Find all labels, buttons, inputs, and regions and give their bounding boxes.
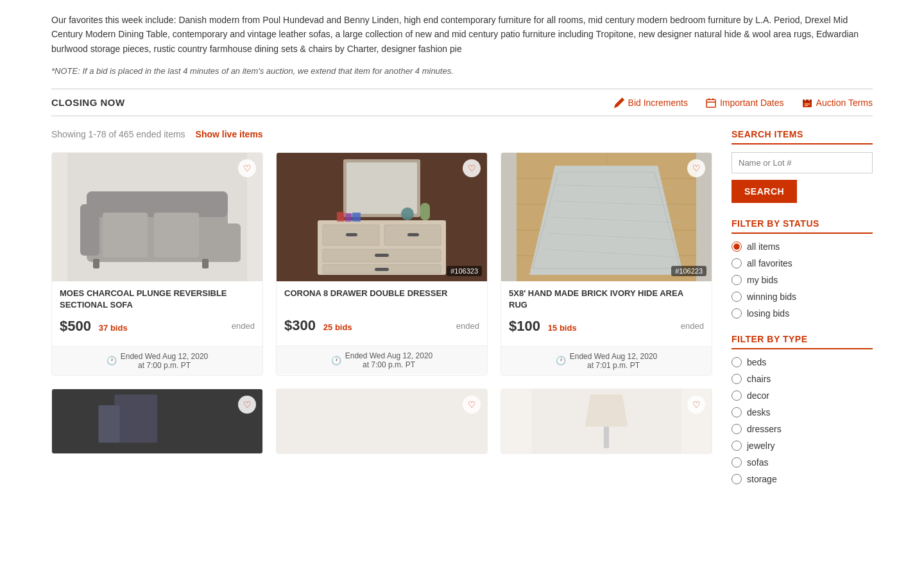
item-price-bid: $300 25 bids: [284, 317, 352, 334]
favorite-button[interactable]: ♡: [687, 396, 705, 414]
svg-rect-27: [345, 213, 352, 222]
filter-all-items[interactable]: all items: [732, 241, 873, 252]
filter-dressers[interactable]: dressers: [732, 424, 873, 434]
svg-rect-0: [706, 100, 715, 107]
items-grid: ♡: [51, 152, 712, 453]
description-text: Our favorites this week include: Danish …: [51, 13, 873, 56]
item-title: MOES CHARCOAL PLUNGE REVERSIBLE SECTIONA…: [60, 288, 255, 311]
svg-rect-26: [337, 212, 345, 222]
item-image: ♡: [52, 153, 262, 281]
clock-icon: 🕐: [556, 356, 566, 365]
item-status: ended: [232, 321, 255, 331]
radio-label: dressers: [747, 424, 782, 434]
showing-count: Showing 1-78 of 465 ended items: [51, 129, 185, 139]
closing-now-label: CLOSING NOW: [51, 97, 125, 108]
item-title: 5X8' HAND MADE BRICK IVORY HIDE AREA RUG: [509, 288, 704, 311]
search-button[interactable]: SEARCH: [732, 180, 797, 203]
item-image: ♡: [501, 153, 712, 281]
ended-text: Ended Wed Aug 12, 2020 at 7:01 p.m. PT: [570, 352, 658, 370]
item-ended: 🕐 Ended Wed Aug 12, 2020 at 7:00 p.m. PT: [277, 346, 487, 374]
svg-rect-7: [202, 223, 241, 262]
item-price: $300: [284, 317, 316, 333]
item-image: ♡: [52, 389, 262, 453]
items-section: Showing 1-78 of 465 ended items Show liv…: [51, 129, 712, 500]
filter-losing-bids[interactable]: losing bids: [732, 308, 873, 319]
svg-rect-19: [407, 233, 419, 236]
favorite-button[interactable]: ♡: [687, 159, 705, 177]
favorite-button[interactable]: ♡: [463, 159, 481, 177]
filter-chairs[interactable]: chairs: [732, 374, 873, 384]
filter-status-section: FILTER BY STATUS all items all favorites…: [732, 218, 873, 319]
auction-terms-link[interactable]: Auction Terms: [802, 98, 873, 108]
items-header: Showing 1-78 of 465 ended items Show liv…: [51, 129, 712, 139]
svg-rect-8: [103, 213, 148, 258]
item-price-row: $300 25 bids ended: [284, 317, 479, 334]
item-card: ♡: [51, 152, 263, 375]
radio-label: chairs: [747, 374, 771, 384]
filter-storage[interactable]: storage: [732, 474, 873, 484]
favorite-button[interactable]: ♡: [238, 159, 256, 177]
svg-rect-23: [375, 268, 389, 271]
clock-icon: 🕐: [107, 356, 117, 365]
sidebar: SEARCH ITEMS SEARCH FILTER BY STATUS all…: [732, 129, 873, 500]
filter-all-favorites[interactable]: all favorites: [732, 258, 873, 268]
dresser-image: [277, 153, 487, 281]
filter-winning-bids[interactable]: winning bids: [732, 292, 873, 302]
svg-rect-28: [352, 213, 361, 222]
item-price-bid: $500 37 bids: [60, 318, 128, 335]
radio-label: jewelry: [747, 441, 775, 451]
item-image: ♡: [501, 389, 712, 453]
item-status: ended: [681, 321, 704, 331]
svg-rect-2: [803, 100, 812, 102]
svg-rect-25: [420, 203, 430, 220]
svg-rect-49: [604, 426, 609, 448]
ended-text: Ended Wed Aug 12, 2020 at 7:00 p.m. PT: [345, 351, 433, 369]
radio-label: desks: [747, 407, 771, 417]
clock-icon: 🕐: [331, 356, 341, 365]
item-status: ended: [456, 321, 479, 331]
closing-links: Bid Increments Important Dates Auction T…: [614, 98, 873, 108]
filter-sofas[interactable]: sofas: [732, 457, 873, 468]
svg-rect-9: [154, 213, 199, 258]
filter-beds[interactable]: beds: [732, 357, 873, 367]
item-card: ♡: [501, 389, 712, 454]
svg-rect-10: [93, 259, 99, 268]
svg-rect-14: [346, 162, 417, 214]
main-layout: Showing 1-78 of 465 ended items Show liv…: [51, 129, 873, 500]
svg-rect-11: [202, 259, 209, 268]
item-bids: 25 bids: [323, 322, 352, 332]
item-price-bid: $100 15 bids: [509, 318, 577, 335]
filter-type-section: FILTER BY TYPE beds chairs decor: [732, 334, 873, 484]
item-bids: 15 bids: [548, 323, 577, 333]
item-image: ♡: [277, 153, 487, 281]
show-live-link[interactable]: Show live items: [196, 129, 263, 139]
item-card: ♡: [501, 152, 712, 375]
favorite-button[interactable]: ♡: [238, 396, 256, 414]
edit-icon: [614, 98, 624, 108]
item-bids: 37 bids: [99, 323, 128, 333]
item-title: CORONA 8 DRAWER DOUBLE DRESSER: [284, 288, 479, 311]
favorite-button[interactable]: ♡: [463, 396, 481, 414]
lot-badge: #106323: [447, 266, 482, 276]
item-image: ♡: [277, 389, 487, 453]
bid-increments-link[interactable]: Bid Increments: [614, 98, 688, 108]
filter-my-bids[interactable]: my bids: [732, 275, 873, 285]
filter-jewelry[interactable]: jewelry: [732, 441, 873, 451]
radio-label: decor: [747, 390, 769, 401]
radio-label: all items: [747, 241, 780, 252]
svg-rect-46: [98, 405, 119, 442]
item-card: ♡: [51, 389, 263, 454]
filter-decor[interactable]: decor: [732, 390, 873, 401]
item-price: $500: [60, 318, 91, 334]
filter-desks[interactable]: desks: [732, 407, 873, 417]
filter-status-title: FILTER BY STATUS: [732, 218, 873, 234]
item-ended: 🕐 Ended Wed Aug 12, 2020 at 7:00 p.m. PT: [52, 346, 262, 375]
radio-label: losing bids: [747, 308, 789, 319]
important-dates-link[interactable]: Important Dates: [706, 98, 784, 108]
lamp-image: [501, 389, 712, 453]
rug-image: [501, 153, 712, 281]
calendar2-icon: [802, 98, 812, 108]
calendar-icon: [706, 98, 716, 108]
search-input[interactable]: [732, 152, 873, 173]
svg-rect-6: [80, 204, 99, 256]
